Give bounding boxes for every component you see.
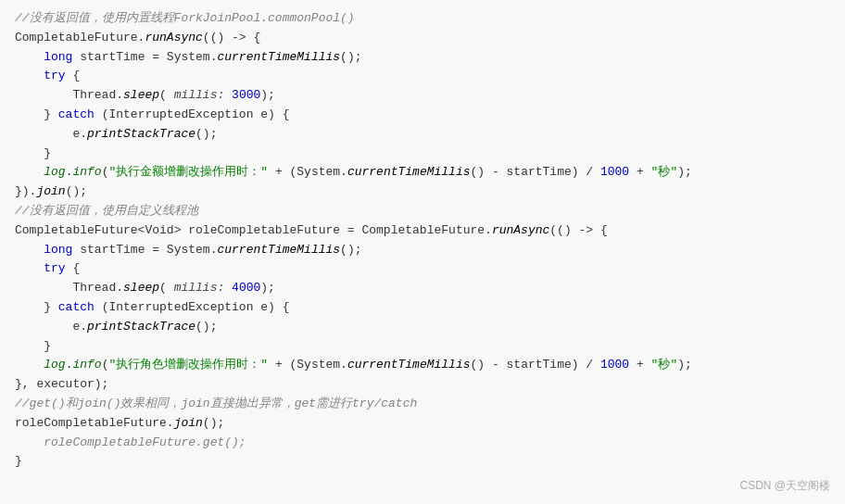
code-line: log.info("执行角色增删改操作用时：" + (System.curren… (15, 356, 830, 375)
code-line: Thread.sleep( millis: 3000); (15, 86, 830, 106)
code-lines: //没有返回值，使用内置线程ForkJoinPool.commonPool()C… (15, 9, 830, 472)
code-line: } (15, 145, 830, 164)
watermark: CSDN @天空阁楼 (739, 477, 830, 495)
code-line: Thread.sleep( millis: 4000); (15, 279, 830, 298)
code-line: roleCompletableFuture.get(); (15, 434, 830, 453)
code-line: }).join(); (15, 183, 830, 202)
code-line: //get()和join()效果相同，join直接抛出异常，get需进行try/… (15, 395, 830, 414)
code-line: //没有返回值，使用内置线程ForkJoinPool.commonPool() (15, 9, 830, 29)
code-line: } catch (InterruptedException e) { (15, 298, 830, 318)
code-line: e.printStackTrace(); (15, 318, 830, 337)
code-line: } (15, 452, 830, 472)
code-line: } (15, 337, 830, 357)
code-line: CompletableFuture.runAsync(() -> { (15, 29, 830, 48)
code-line: } catch (InterruptedException e) { (15, 106, 830, 125)
code-line: CompletableFuture<Void> roleCompletableF… (15, 221, 830, 241)
code-line: long startTime = System.currentTimeMilli… (15, 48, 830, 68)
code-line: try { (15, 259, 830, 279)
code-line: try { (15, 67, 830, 86)
code-line: }, executor); (15, 375, 830, 395)
code-line: long startTime = System.currentTimeMilli… (15, 241, 830, 260)
code-line: //没有返回值，使用自定义线程池 (15, 202, 830, 221)
code-block: //没有返回值，使用内置线程ForkJoinPool.commonPool()C… (0, 0, 845, 504)
code-line: e.printStackTrace(); (15, 125, 830, 145)
code-line: roleCompletableFuture.join(); (15, 414, 830, 434)
code-line: log.info("执行金额增删改操作用时：" + (System.curren… (15, 163, 830, 183)
